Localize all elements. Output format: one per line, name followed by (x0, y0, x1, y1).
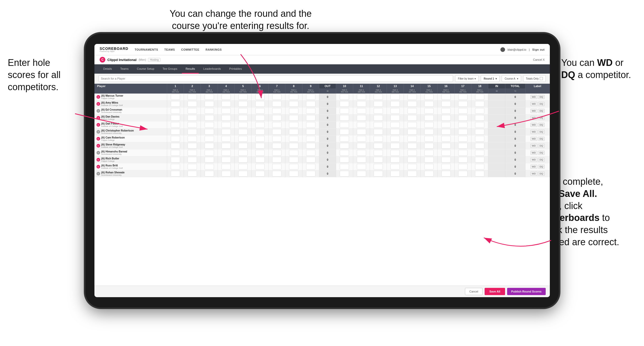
hole-3-score-input[interactable] (205, 94, 214, 100)
hole-2-input-cell[interactable] (184, 128, 201, 135)
hole-12-score-input[interactable] (374, 129, 383, 135)
hole-7-input-cell[interactable] (268, 101, 285, 107)
dq-button[interactable]: DQ (538, 137, 545, 141)
nav-tournaments[interactable]: TOURNAMENTS (135, 48, 158, 51)
hole-2-input-cell[interactable] (184, 114, 201, 121)
hole-11-score-input[interactable] (357, 143, 366, 149)
hole-7-score-input[interactable] (272, 122, 282, 128)
hole-10-input-cell[interactable] (336, 128, 353, 135)
hole-11-input-cell[interactable] (353, 142, 370, 149)
hole-12-input-cell[interactable] (370, 114, 387, 121)
hole-16-input-cell[interactable] (438, 121, 454, 128)
hole-8-input-cell[interactable] (285, 163, 302, 170)
hole-4-input-cell[interactable] (218, 142, 234, 149)
hole-2-score-input[interactable] (188, 108, 197, 114)
hole-16-score-input[interactable] (441, 143, 451, 149)
hole-11-score-input[interactable] (357, 136, 366, 142)
hole-9-input-cell[interactable] (302, 170, 319, 177)
hole-4-input-cell[interactable] (218, 163, 234, 170)
hole-17-score-input[interactable] (458, 115, 468, 121)
hole-18-input-cell[interactable] (471, 170, 488, 177)
hole-16-score-input[interactable] (441, 101, 451, 107)
wd-button[interactable]: WD (530, 165, 537, 169)
hole-6-input-cell[interactable] (251, 128, 268, 135)
hole-2-score-input[interactable] (188, 136, 197, 142)
hole-3-score-input[interactable] (205, 115, 214, 121)
hole-18-score-input[interactable] (475, 164, 484, 170)
hole-4-score-input[interactable] (221, 101, 231, 107)
hole-16-input-cell[interactable] (438, 135, 454, 142)
hole-18-score-input[interactable] (475, 101, 484, 107)
hole-10-score-input[interactable] (340, 164, 349, 170)
hole-11-score-input[interactable] (357, 122, 366, 128)
hole-8-input-cell[interactable] (285, 170, 302, 177)
hole-7-score-input[interactable] (272, 129, 282, 135)
hole-14-score-input[interactable] (408, 164, 417, 170)
hole-17-score-input[interactable] (458, 171, 468, 176)
hole-14-input-cell[interactable] (404, 163, 420, 170)
hole-3-score-input[interactable] (205, 157, 214, 163)
hole-8-input-cell[interactable] (285, 156, 302, 163)
hole-5-score-input[interactable] (238, 171, 248, 176)
hole-12-input-cell[interactable] (370, 94, 387, 101)
nav-rankings[interactable]: RANKINGS (205, 48, 222, 51)
hole-13-score-input[interactable] (390, 143, 400, 149)
hole-17-score-input[interactable] (458, 129, 468, 135)
hole-9-score-input[interactable] (306, 171, 315, 176)
hole-1-score-input[interactable] (171, 143, 180, 149)
hole-16-score-input[interactable] (441, 94, 451, 100)
hole-10-input-cell[interactable] (336, 135, 353, 142)
hole-13-input-cell[interactable] (387, 163, 404, 170)
hole-9-score-input[interactable] (306, 157, 315, 163)
hole-5-input-cell[interactable] (235, 135, 251, 142)
hole-9-input-cell[interactable] (302, 94, 319, 101)
hole-17-score-input[interactable] (458, 143, 468, 149)
hole-10-score-input[interactable] (340, 115, 349, 121)
hole-8-input-cell[interactable] (285, 101, 302, 107)
hole-13-score-input[interactable] (390, 122, 400, 128)
dq-button[interactable]: DQ (538, 116, 545, 120)
hole-10-input-cell[interactable] (336, 149, 353, 156)
hole-14-score-input[interactable] (408, 136, 417, 142)
hole-7-input-cell[interactable] (268, 149, 285, 156)
hole-15-input-cell[interactable] (421, 163, 438, 170)
hole-17-input-cell[interactable] (454, 121, 471, 128)
hole-6-score-input[interactable] (255, 171, 265, 176)
hole-8-input-cell[interactable] (285, 107, 302, 114)
totals-only-toggle[interactable]: Totals Only (523, 75, 546, 82)
tab-teams[interactable]: Teams (117, 64, 132, 74)
hole-2-input-cell[interactable] (184, 163, 201, 170)
hole-15-input-cell[interactable] (421, 107, 438, 114)
hole-8-score-input[interactable] (289, 101, 298, 107)
hole-13-input-cell[interactable] (387, 135, 404, 142)
round-selector[interactable]: Round 1 ▾ (481, 75, 500, 82)
hole-13-input-cell[interactable] (387, 170, 404, 177)
hole-8-input-cell[interactable] (285, 94, 302, 101)
hole-10-input-cell[interactable] (336, 107, 353, 114)
hole-4-score-input[interactable] (221, 150, 231, 156)
hole-17-input-cell[interactable] (454, 128, 471, 135)
hole-5-score-input[interactable] (238, 157, 248, 163)
hole-4-score-input[interactable] (221, 171, 231, 176)
tab-leaderboards[interactable]: Leaderboards (200, 64, 225, 74)
hole-2-input-cell[interactable] (184, 94, 201, 101)
hole-4-input-cell[interactable] (218, 114, 234, 121)
hole-8-input-cell[interactable] (285, 149, 302, 156)
hole-18-score-input[interactable] (475, 157, 484, 163)
hole-15-score-input[interactable] (424, 108, 434, 114)
hole-15-input-cell[interactable] (421, 170, 438, 177)
hole-2-score-input[interactable] (188, 157, 197, 163)
hole-16-score-input[interactable] (441, 122, 451, 128)
hole-15-input-cell[interactable] (421, 142, 438, 149)
hole-15-input-cell[interactable] (421, 156, 438, 163)
hole-6-input-cell[interactable] (251, 94, 268, 101)
hole-16-input-cell[interactable] (438, 107, 454, 114)
hole-3-score-input[interactable] (205, 171, 214, 176)
player-search-input[interactable] (99, 75, 453, 82)
hole-5-input-cell[interactable] (235, 101, 251, 107)
hole-12-input-cell[interactable] (370, 121, 387, 128)
hole-11-input-cell[interactable] (353, 107, 370, 114)
hole-5-score-input[interactable] (238, 122, 248, 128)
hole-1-score-input[interactable] (171, 157, 180, 163)
hole-18-input-cell[interactable] (471, 94, 488, 101)
